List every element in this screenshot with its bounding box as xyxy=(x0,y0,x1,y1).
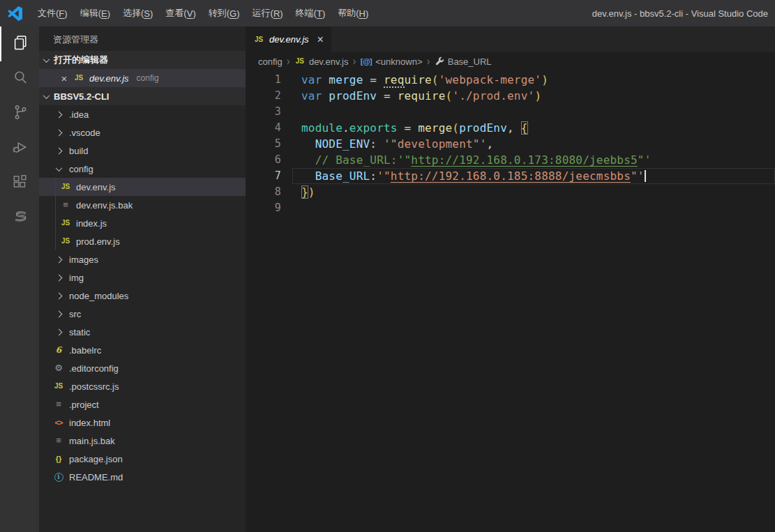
activity-explorer-icon[interactable] xyxy=(0,26,39,61)
tree-item-.postcssrc.js[interactable]: JS.postcssrc.js xyxy=(39,377,246,395)
open-editors-header[interactable]: 打开的编辑器 xyxy=(39,51,246,69)
breadcrumb-label: config xyxy=(258,56,283,67)
code-token: merge xyxy=(329,73,363,86)
tree-item-label: img xyxy=(69,273,84,283)
menu-item-v[interactable]: 查看(V) xyxy=(159,0,202,26)
tree-item-node_modules[interactable]: node_modules xyxy=(39,287,246,305)
tree-item-.idea[interactable]: .idea xyxy=(39,105,246,123)
tree-item-label: build xyxy=(69,146,88,156)
code-line-text[interactable] xyxy=(292,200,775,216)
custom-s-icon xyxy=(11,208,30,229)
tree-item-README.md[interactable]: iREADME.md xyxy=(39,468,246,486)
code-token: Base_URL xyxy=(315,169,370,183)
code-line-text[interactable]: // Base_URL:'"http://192.168.0.173:8080/… xyxy=(292,152,775,168)
chevron-down-icon xyxy=(43,56,50,63)
js-file-icon: JS xyxy=(253,34,264,45)
code-token xyxy=(301,137,315,151)
editor-tab-dev.env.js[interactable]: JSdev.env.js× xyxy=(246,26,331,52)
code-line-text[interactable]: Base_URL:'"http://192.168.0.185:8888/jee… xyxy=(292,168,775,184)
tree-item-src[interactable]: src xyxy=(39,305,246,323)
file-tree: .idea.vscodebuildconfigJSdev.env.js≡dev.… xyxy=(39,105,246,486)
code-line: 5 NODE_ENV: '"development"', xyxy=(246,136,775,152)
code-token: . xyxy=(343,121,349,135)
code-token: 'webpack-merge' xyxy=(439,73,542,86)
code-line-text[interactable]: NODE_ENV: '"development"', xyxy=(292,136,775,152)
tree-item-config[interactable]: config xyxy=(39,160,246,178)
tree-item-label: src xyxy=(69,309,81,319)
tree-item-package.json[interactable]: {}package.json xyxy=(39,450,246,468)
tree-item-slot: ≡ xyxy=(60,199,71,211)
code-line-text[interactable]: var prodEnv = require('./prod.env') xyxy=(292,88,775,104)
close-icon[interactable]: × xyxy=(60,73,68,84)
tree-item-slot: i xyxy=(53,473,64,482)
tree-item-dev.env.js.bak[interactable]: ≡dev.env.js.bak xyxy=(39,196,246,214)
tree-item-images[interactable]: images xyxy=(39,250,246,268)
breadcrumb-item-1[interactable]: config xyxy=(258,56,283,67)
activity-source-control-icon[interactable] xyxy=(0,96,39,131)
menu-label: ) xyxy=(366,8,368,19)
code-editor[interactable]: 1var merge = require('webpack-merge')2va… xyxy=(246,70,775,216)
tree-item-prod.env.js[interactable]: JSprod.env.js xyxy=(39,232,246,250)
activity-extensions-icon[interactable] xyxy=(0,166,39,201)
tree-item-build[interactable]: build xyxy=(39,142,246,160)
code-line-text[interactable]: var merge = require('webpack-merge') xyxy=(292,72,775,88)
window-title: dev.env.js - bbsv5.2-cli - Visual Studio… xyxy=(592,8,775,19)
tree-item-.vscode[interactable]: .vscode xyxy=(39,123,246,142)
activity-search-icon[interactable] xyxy=(0,61,39,96)
tree-item-.babelrc[interactable]: 6.babelrc xyxy=(39,341,246,359)
code-token: '" xyxy=(377,169,391,183)
js-file-icon: JS xyxy=(60,236,71,247)
menu-label: ) xyxy=(150,8,153,19)
vscode-logo-icon xyxy=(8,6,22,21)
breadcrumb-item-4[interactable]: Base_URL xyxy=(435,56,492,67)
menu-label: ) xyxy=(64,8,67,19)
code-token: } xyxy=(301,185,308,199)
menu-item-h[interactable]: 帮助(H) xyxy=(331,0,375,26)
tree-item-dev.env.js[interactable]: JSdev.env.js xyxy=(39,178,246,196)
title-bar: 文件(F)编辑(E)选择(S)查看(V)转到(G)运行(R)终端(T)帮助(H)… xyxy=(0,0,775,26)
menu-item-s[interactable]: 选择(S) xyxy=(116,0,159,26)
code-token: "' xyxy=(631,169,645,183)
tree-item-index.js[interactable]: JSindex.js xyxy=(39,214,246,232)
breadcrumb-item-2[interactable]: JSdev.env.js xyxy=(294,56,349,67)
menu-mnemonic: G xyxy=(230,8,236,19)
menu-item-t[interactable]: 终端(T) xyxy=(289,0,332,26)
gear-icon: ⚙ xyxy=(53,363,64,374)
menu-item-e[interactable]: 编辑(E) xyxy=(74,0,116,26)
breadcrumb-item-3[interactable]: [@]<unknown> xyxy=(361,56,423,67)
code-token: "' xyxy=(638,153,652,167)
project-root-header[interactable]: BBSV5.2-CLI xyxy=(39,87,246,105)
tree-item-label: .idea xyxy=(69,109,89,120)
tree-item-static[interactable]: static xyxy=(39,323,246,341)
menu-label: ) xyxy=(280,8,283,19)
tree-item-img[interactable]: img xyxy=(39,268,246,287)
tree-item-slot xyxy=(53,167,64,172)
js-file-icon: JS xyxy=(53,381,64,392)
open-editors-list: ×JSdev.env.jsconfig xyxy=(39,69,246,87)
tree-item-index.html[interactable]: <>index.html xyxy=(39,413,246,432)
menu-item-g[interactable]: 转到(G) xyxy=(202,0,246,26)
activity-custom-s-icon[interactable] xyxy=(0,201,39,236)
open-editor-detail: config xyxy=(137,73,159,83)
indent-guide xyxy=(55,214,56,232)
tree-item-slot: JS xyxy=(60,236,71,247)
tree-item-main.js.bak[interactable]: ≡main.js.bak xyxy=(39,432,246,450)
tree-item-.editorconfig[interactable]: ⚙.editorconfig xyxy=(39,359,246,377)
babel-icon: 6 xyxy=(53,344,64,356)
open-editor-item[interactable]: ×JSdev.env.jsconfig xyxy=(39,69,246,87)
wrench-icon xyxy=(435,56,444,67)
menu-label: 帮助( xyxy=(338,7,359,20)
code-line-text[interactable] xyxy=(292,104,775,120)
tree-item-slot xyxy=(53,275,64,280)
menu-item-f[interactable]: 文件(F) xyxy=(31,0,74,26)
activity-run-debug-icon[interactable] xyxy=(0,131,39,166)
tree-item-.project[interactable]: ≡.project xyxy=(39,395,246,413)
readme-info-icon: i xyxy=(54,473,63,482)
chevron-right-icon xyxy=(55,292,62,299)
menu-item-r[interactable]: 运行(R) xyxy=(246,0,289,26)
code-line-text[interactable]: }) xyxy=(292,184,775,200)
close-icon[interactable]: × xyxy=(317,33,324,46)
code-line: 1var merge = require('webpack-merge') xyxy=(246,72,775,88)
code-line-text[interactable]: module.exports = merge(prodEnv, { xyxy=(292,120,775,136)
line-number: 6 xyxy=(246,152,281,168)
